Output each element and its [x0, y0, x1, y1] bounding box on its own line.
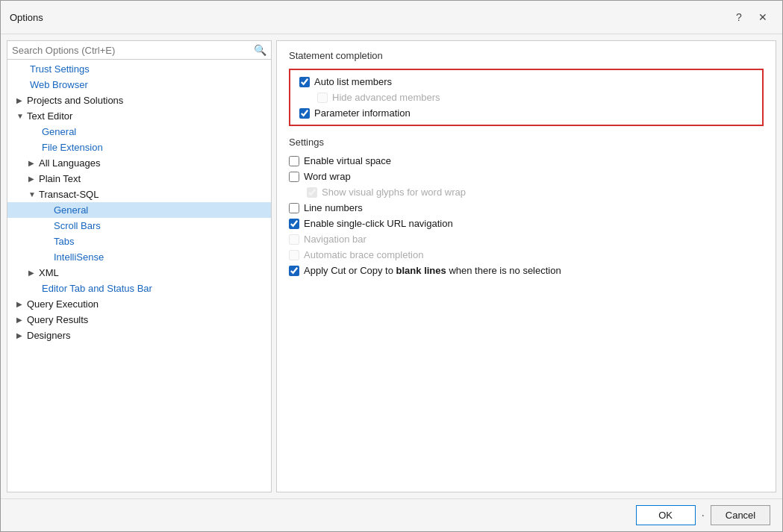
- sidebar-item-label: Projects and Solutions: [27, 95, 123, 106]
- dialog-body: 🔍 Trust Settings Web Browser ▶ Projects …: [1, 34, 782, 498]
- show-visual-glyphs-row: Show visual glyphs for word wrap: [289, 187, 764, 198]
- single-click-url-checkbox[interactable]: [289, 219, 299, 229]
- line-numbers-row: Line numbers: [289, 202, 764, 213]
- apply-cut-copy-label: Apply Cut or Copy to blank lines when th…: [304, 265, 561, 276]
- arrow-icon: ▶: [16, 316, 24, 324]
- sidebar-item-label: Tabs: [54, 236, 74, 247]
- left-panel: 🔍 Trust Settings Web Browser ▶ Projects …: [7, 40, 272, 492]
- sidebar-item-label: IntelliSense: [54, 251, 104, 263]
- auto-list-members-label: Auto list members: [314, 76, 392, 87]
- parameter-information-checkbox[interactable]: [299, 108, 310, 119]
- sidebar-item-file-extension[interactable]: File Extension: [7, 140, 271, 155]
- sidebar-item-designers[interactable]: ▶ Designers: [7, 328, 271, 343]
- arrow-icon: ▶: [28, 175, 36, 183]
- auto-list-members-checkbox[interactable]: [299, 77, 310, 87]
- sidebar-item-label: File Extension: [42, 142, 103, 153]
- sidebar-item-tabs[interactable]: Tabs: [7, 234, 271, 249]
- sidebar-item-label: General: [54, 204, 88, 216]
- arrow-icon: ▼: [28, 190, 36, 198]
- sidebar-item-label: Text Editor: [27, 110, 72, 122]
- sidebar-item-label: All Languages: [39, 157, 100, 169]
- sidebar-item-general[interactable]: General: [7, 124, 271, 140]
- navigation-bar-row: Navigation bar: [289, 234, 764, 245]
- dialog-footer: OK · Cancel: [1, 498, 782, 531]
- arrow-icon: ▶: [16, 331, 24, 339]
- hide-advanced-members-label: Hide advanced members: [332, 92, 440, 103]
- arrow-icon: ▶: [28, 159, 36, 167]
- arrow-icon: ▶: [16, 96, 24, 104]
- parameter-information-label: Parameter information: [314, 107, 411, 119]
- search-input[interactable]: [12, 45, 251, 56]
- enable-virtual-space-label: Enable virtual space: [304, 155, 391, 166]
- show-visual-glyphs-checkbox[interactable]: [307, 187, 317, 198]
- arrow-icon: ▼: [16, 112, 24, 120]
- statement-completion-section: Statement completion Auto list members H…: [289, 50, 764, 126]
- automatic-brace-checkbox[interactable]: [289, 250, 299, 260]
- tree-container: Trust Settings Web Browser ▶ Projects an…: [7, 60, 271, 492]
- right-panel: Statement completion Auto list members H…: [276, 40, 776, 492]
- single-click-url-row: Enable single-click URL navigation: [289, 218, 764, 229]
- dialog-title: Options: [10, 12, 43, 23]
- footer-separator: ·: [700, 509, 706, 522]
- arrow-icon: ▶: [16, 300, 24, 308]
- enable-virtual-space-row: Enable virtual space: [289, 155, 764, 166]
- title-icons: ? ✕: [729, 7, 773, 28]
- sidebar-item-plain-text[interactable]: ▶ Plain Text: [7, 171, 271, 187]
- settings-section: Settings Enable virtual space Word wrap …: [289, 137, 764, 276]
- cancel-button[interactable]: Cancel: [711, 505, 770, 525]
- hide-advanced-members-row: Hide advanced members: [299, 92, 753, 103]
- automatic-brace-row: Automatic brace completion: [289, 249, 764, 260]
- arrow-icon: ▶: [28, 269, 36, 277]
- search-box: 🔍: [7, 41, 271, 60]
- line-numbers-checkbox[interactable]: [289, 203, 299, 213]
- sidebar-item-trust-settings[interactable]: Trust Settings: [7, 61, 271, 77]
- sidebar-item-xml[interactable]: ▶ XML: [7, 265, 271, 281]
- sidebar-item-label: Designers: [27, 330, 71, 341]
- settings-title: Settings: [289, 137, 764, 148]
- sidebar-item-label: Transact-SQL: [39, 189, 99, 200]
- sidebar-item-label: Scroll Bars: [54, 220, 101, 231]
- sidebar-item-label: Query Results: [27, 314, 88, 325]
- sidebar-item-projects-solutions[interactable]: ▶ Projects and Solutions: [7, 93, 271, 108]
- sidebar-item-editor-tab-status[interactable]: Editor Tab and Status Bar: [7, 281, 271, 296]
- hide-advanced-members-checkbox[interactable]: [317, 93, 328, 103]
- sidebar-item-label: Editor Tab and Status Bar: [42, 283, 152, 294]
- automatic-brace-label: Automatic brace completion: [304, 249, 423, 260]
- sidebar-item-label: Query Execution: [27, 298, 99, 310]
- apply-cut-copy-row: Apply Cut or Copy to blank lines when th…: [289, 265, 764, 276]
- help-button[interactable]: ?: [729, 7, 749, 28]
- sidebar-item-web-browser[interactable]: Web Browser: [7, 77, 271, 93]
- sidebar-item-transact-sql[interactable]: ▼ Transact-SQL: [7, 187, 271, 202]
- ok-button[interactable]: OK: [636, 505, 696, 525]
- sidebar-item-label: XML: [39, 267, 59, 278]
- word-wrap-label: Word wrap: [304, 171, 351, 182]
- statement-completion-title: Statement completion: [289, 50, 764, 61]
- sidebar-item-query-results[interactable]: ▶ Query Results: [7, 312, 271, 328]
- title-bar: Options ? ✕: [1, 1, 782, 34]
- auto-list-members-row: Auto list members: [299, 76, 753, 87]
- word-wrap-row: Word wrap: [289, 171, 764, 182]
- single-click-url-label: Enable single-click URL navigation: [304, 218, 453, 229]
- sidebar-item-text-editor[interactable]: ▼ Text Editor: [7, 108, 271, 124]
- show-visual-glyphs-label: Show visual glyphs for word wrap: [322, 187, 466, 198]
- enable-virtual-space-checkbox[interactable]: [289, 156, 299, 166]
- sidebar-item-all-languages[interactable]: ▶ All Languages: [7, 155, 271, 171]
- parameter-information-row: Parameter information: [299, 107, 753, 119]
- sidebar-item-label: Trust Settings: [30, 63, 90, 75]
- navigation-bar-checkbox[interactable]: [289, 234, 299, 245]
- word-wrap-checkbox[interactable]: [289, 172, 299, 182]
- sidebar-item-label: General: [42, 126, 76, 137]
- search-icon: 🔍: [254, 44, 266, 56]
- sidebar-item-query-execution[interactable]: ▶ Query Execution: [7, 296, 271, 312]
- apply-cut-copy-checkbox[interactable]: [289, 266, 299, 276]
- navigation-bar-label: Navigation bar: [304, 234, 366, 245]
- sidebar-item-scroll-bars[interactable]: Scroll Bars: [7, 218, 271, 234]
- sidebar-item-intellisense[interactable]: IntelliSense: [7, 249, 271, 265]
- sidebar-item-label: Plain Text: [39, 173, 81, 184]
- sidebar-item-tsql-general[interactable]: General: [7, 202, 271, 218]
- statement-completion-box: Auto list members Hide advanced members …: [289, 69, 764, 126]
- close-button[interactable]: ✕: [752, 7, 773, 28]
- sidebar-item-label: Web Browser: [30, 79, 88, 90]
- line-numbers-label: Line numbers: [304, 202, 363, 213]
- options-dialog: Options ? ✕ 🔍 Trust Settings Web B: [0, 0, 783, 532]
